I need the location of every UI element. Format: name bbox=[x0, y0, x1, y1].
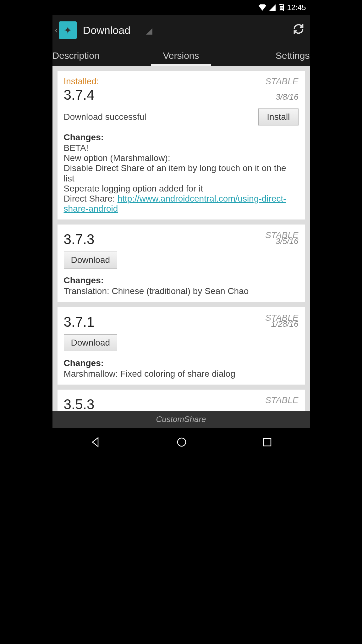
app-logo-icon: ✦ bbox=[59, 21, 77, 39]
back-chevron-icon: ‹ bbox=[55, 25, 58, 35]
android-nav-bar bbox=[52, 428, 310, 458]
version-date: 3/8/16 bbox=[276, 92, 298, 102]
tab-versions[interactable]: Versions bbox=[163, 50, 199, 61]
app-header: ‹ ✦ Download bbox=[52, 15, 310, 45]
svg-point-3 bbox=[178, 438, 186, 446]
back-with-icon[interactable]: ‹ ✦ bbox=[55, 21, 77, 39]
battery-percent: 89 bbox=[280, 6, 283, 9]
wifi-icon bbox=[259, 4, 266, 11]
changes-text: Marshmallow: Fixed coloring of share dia… bbox=[64, 369, 235, 379]
install-button[interactable]: Install bbox=[258, 108, 298, 125]
version-number: 3.7.1 bbox=[64, 314, 95, 330]
changes-heading: Changes: bbox=[64, 132, 299, 142]
nav-recent-button[interactable] bbox=[262, 437, 272, 448]
nav-back-button[interactable] bbox=[90, 436, 101, 449]
installed-label: Installed: bbox=[64, 76, 99, 86]
download-button[interactable]: Download bbox=[64, 252, 118, 269]
refresh-button[interactable] bbox=[293, 23, 304, 37]
version-date: 1/28/16 bbox=[271, 319, 299, 329]
clock-text: 12:45 bbox=[287, 3, 306, 12]
version-card: STABLE 3.7.1 1/28/16 Download Changes: M… bbox=[58, 307, 305, 385]
version-date: 3/5/16 bbox=[276, 236, 298, 246]
nav-home-button[interactable] bbox=[176, 436, 187, 449]
footer-app-name: CustomShare bbox=[52, 411, 310, 428]
version-number: 3.7.4 bbox=[64, 87, 95, 103]
download-button[interactable]: Download bbox=[64, 334, 118, 351]
versions-list[interactable]: Installed: STABLE 3.7.4 3/8/16 Download … bbox=[52, 66, 310, 411]
version-card: STABLE 3.7.3 3/5/16 Download Changes: Tr… bbox=[58, 225, 305, 302]
changes-body: Marshmallow: Fixed coloring of share dia… bbox=[64, 369, 299, 379]
svg-rect-4 bbox=[263, 438, 271, 446]
signal-icon bbox=[269, 4, 276, 11]
active-tab-indicator bbox=[151, 64, 211, 66]
tab-description[interactable]: Description bbox=[52, 50, 100, 61]
changes-heading: Changes: bbox=[64, 275, 299, 286]
android-status-bar: 89 12:45 bbox=[52, 0, 310, 15]
tab-settings[interactable]: Settings bbox=[276, 50, 310, 61]
download-status: Download successful bbox=[64, 112, 146, 122]
page-title[interactable]: Download bbox=[83, 24, 130, 36]
footer-label: CustomShare bbox=[156, 414, 206, 424]
tab-bar: Description Versions Settings bbox=[52, 45, 310, 66]
changes-body: BETA! New option (Marshmallow): Disable … bbox=[64, 143, 299, 214]
dropdown-triangle-icon[interactable] bbox=[146, 28, 152, 35]
version-number: 3.7.3 bbox=[64, 231, 95, 247]
stable-badge: STABLE bbox=[265, 395, 298, 405]
battery-icon: 89 bbox=[279, 4, 284, 11]
version-card: Installed: STABLE 3.7.4 3/8/16 Download … bbox=[58, 71, 305, 219]
version-card: STABLE 3.5.3 bbox=[58, 390, 305, 411]
stable-badge: STABLE bbox=[265, 76, 298, 86]
changes-text: Translation: Chinese (traditional) by Se… bbox=[64, 286, 249, 296]
changes-heading: Changes: bbox=[64, 358, 299, 368]
changes-body: Translation: Chinese (traditional) by Se… bbox=[64, 286, 299, 296]
version-number: 3.5.3 bbox=[64, 397, 95, 411]
